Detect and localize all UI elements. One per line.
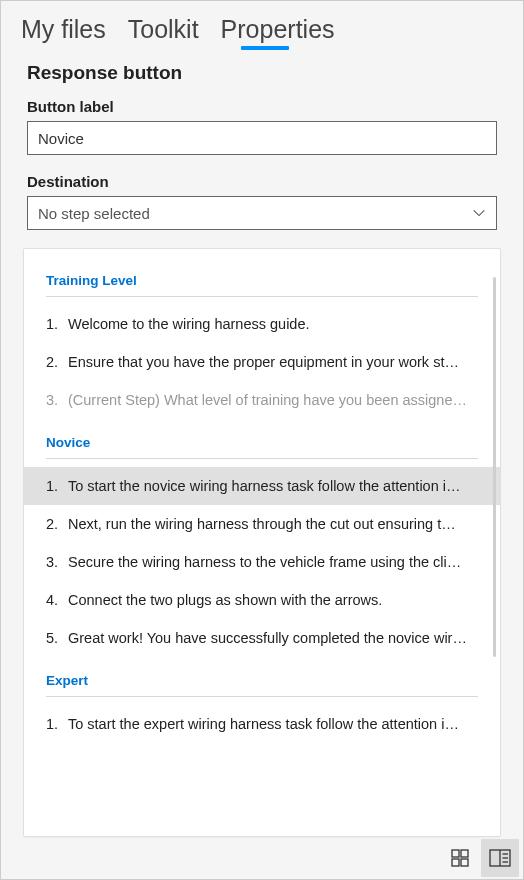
tab-my-files[interactable]: My files <box>21 15 106 48</box>
step-number: 4. <box>46 592 68 608</box>
step-text: To start the expert wiring harness task … <box>68 716 459 732</box>
button-label-input[interactable] <box>27 121 497 155</box>
step-number: 3. <box>46 392 68 408</box>
section-title: Response button <box>1 56 523 98</box>
step-number: 1. <box>46 478 68 494</box>
svg-rect-0 <box>452 850 459 857</box>
properties-view-button[interactable] <box>481 839 519 877</box>
step-item[interactable]: 4.Connect the two plugs as shown with th… <box>46 581 478 619</box>
step-number: 2. <box>46 516 68 532</box>
step-number: 1. <box>46 716 68 732</box>
svg-rect-2 <box>452 859 459 866</box>
step-text: To start the novice wiring harness task … <box>68 478 461 494</box>
step-item[interactable]: 3.Secure the wiring harness to the vehic… <box>46 543 478 581</box>
destination-placeholder: No step selected <box>38 205 150 222</box>
svg-rect-1 <box>461 850 468 857</box>
step-number: 2. <box>46 354 68 370</box>
chevron-down-icon <box>472 206 486 220</box>
step-item[interactable]: 2.Ensure that you have the proper equipm… <box>46 343 478 381</box>
button-label-caption: Button label <box>27 98 497 115</box>
destination-select[interactable]: No step selected <box>27 196 497 230</box>
tab-properties[interactable]: Properties <box>221 15 335 48</box>
group-header: Training Level <box>46 267 478 297</box>
step-text: Great work! You have successfully comple… <box>68 630 467 646</box>
step-text: (Current Step) What level of training ha… <box>68 392 467 408</box>
step-text: Welcome to the wiring harness guide. <box>68 316 310 332</box>
tab-toolkit[interactable]: Toolkit <box>128 15 199 48</box>
scrollbar[interactable] <box>493 277 496 657</box>
grid-view-button[interactable] <box>441 839 479 877</box>
step-text: Connect the two plugs as shown with the … <box>68 592 382 608</box>
panel-tabs: My files Toolkit Properties <box>1 1 523 56</box>
step-item[interactable]: 2.Next, run the wiring harness through t… <box>46 505 478 543</box>
step-item[interactable]: 1.To start the novice wiring harness tas… <box>24 467 500 505</box>
step-number: 3. <box>46 554 68 570</box>
step-number: 1. <box>46 316 68 332</box>
properties-panel: My files Toolkit Properties Response but… <box>0 0 524 880</box>
step-item[interactable]: 3.(Current Step) What level of training … <box>46 381 478 419</box>
step-item[interactable]: 1.To start the expert wiring harness tas… <box>46 705 478 743</box>
properties-icon <box>489 848 511 868</box>
step-text: Secure the wiring harness to the vehicle… <box>68 554 461 570</box>
grid-icon <box>450 848 470 868</box>
button-label-field: Button label <box>1 98 523 173</box>
step-text: Ensure that you have the proper equipmen… <box>68 354 459 370</box>
svg-rect-3 <box>461 859 468 866</box>
step-text: Next, run the wiring harness through the… <box>68 516 456 532</box>
destination-caption: Destination <box>27 173 497 190</box>
footer-toolbar <box>1 837 523 879</box>
step-item[interactable]: 5.Great work! You have successfully comp… <box>46 619 478 657</box>
step-item[interactable]: 1.Welcome to the wiring harness guide. <box>46 305 478 343</box>
destination-list-scroll[interactable]: Training Level1.Welcome to the wiring ha… <box>24 249 500 836</box>
destination-field: Destination No step selected <box>1 173 523 248</box>
group-header: Novice <box>46 429 478 459</box>
destination-list: Training Level1.Welcome to the wiring ha… <box>23 248 501 837</box>
step-number: 5. <box>46 630 68 646</box>
group-header: Expert <box>46 667 478 697</box>
